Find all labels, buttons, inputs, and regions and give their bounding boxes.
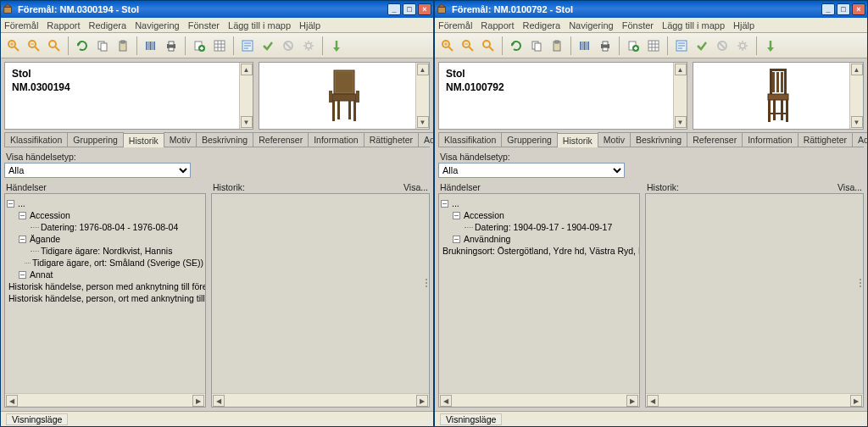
tab[interactable]: Information (308, 132, 364, 147)
form-icon[interactable] (238, 36, 257, 55)
tab[interactable]: Administration (418, 132, 433, 147)
tab[interactable]: Rättigheter (364, 132, 419, 147)
copy-icon[interactable] (93, 36, 112, 55)
tab[interactable]: Historik (557, 133, 598, 147)
history-show-link[interactable]: Visa... (403, 182, 428, 192)
menu-item[interactable]: Lägg till i mapp (662, 20, 725, 30)
scroll-up-icon[interactable]: ▲ (241, 64, 253, 75)
zoom-out-icon[interactable] (459, 36, 477, 55)
zoom-in-icon[interactable] (4, 36, 23, 55)
scroll-left-icon[interactable]: ◀ (647, 395, 659, 407)
menu-item[interactable]: Hjälp (733, 20, 754, 30)
check-icon[interactable] (259, 36, 277, 55)
menu-item[interactable]: Redigera (522, 20, 560, 30)
zoom-reset-icon[interactable] (479, 36, 498, 55)
maximize-button[interactable]: □ (403, 3, 416, 15)
scroll-right-icon[interactable]: ▶ (626, 395, 638, 407)
copy-icon[interactable] (527, 36, 546, 55)
menu-item[interactable]: Fönster (622, 20, 654, 30)
scroll-down-icon[interactable]: ▼ (675, 116, 687, 128)
grid-icon[interactable] (644, 36, 663, 55)
filter-select[interactable]: Alla (4, 163, 191, 178)
paste-icon[interactable] (548, 36, 566, 55)
tree-toggle-icon[interactable]: – (441, 200, 448, 208)
tab[interactable]: Klassifikation (438, 132, 502, 147)
down-arrow-icon[interactable] (327, 36, 346, 55)
print-icon[interactable] (162, 36, 181, 55)
scrollbar-horizontal[interactable]: ◀▶ (212, 393, 429, 407)
history-show-link[interactable]: Visa... (837, 182, 862, 192)
scroll-left-icon[interactable]: ◀ (213, 395, 225, 407)
tab[interactable]: Gruppering (501, 132, 558, 147)
tab[interactable]: Gruppering (67, 132, 124, 147)
resize-handle-icon[interactable] (426, 279, 427, 287)
scroll-right-icon[interactable]: ▶ (416, 395, 428, 407)
tab[interactable]: Rättigheter (798, 132, 853, 147)
scroll-down-icon[interactable]: ▼ (417, 116, 429, 128)
tree-node[interactable]: Historisk händelse, person, ort med ankn… (7, 292, 203, 304)
minimize-button[interactable]: _ (387, 3, 401, 15)
filter-select[interactable]: Alla (438, 163, 625, 178)
tree-node[interactable]: –Accession (441, 209, 637, 221)
scroll-right-icon[interactable]: ▶ (850, 395, 862, 407)
menu-item[interactable]: Navigering (569, 20, 614, 30)
tree-node[interactable]: Historisk händelse, person med anknytnin… (7, 280, 203, 292)
check-icon[interactable] (693, 36, 711, 55)
menu-item[interactable]: Rapport (47, 20, 80, 30)
scrollbar-vertical[interactable]: ▲▼ (673, 63, 687, 129)
tab[interactable]: Information (742, 132, 798, 147)
tab[interactable]: Motiv (598, 132, 631, 147)
scrollbar-vertical[interactable]: ▲▼ (239, 63, 253, 129)
tree-node[interactable]: Brukningsort: Östergötland, Ydre hd, Väs… (441, 245, 637, 257)
print-icon[interactable] (596, 36, 615, 55)
scrollbar-horizontal[interactable]: ◀▶ (646, 393, 863, 407)
scroll-up-icon[interactable]: ▲ (675, 64, 687, 75)
tree-node[interactable]: –Annat (7, 269, 203, 280)
barcode-icon[interactable] (142, 36, 160, 55)
tab[interactable]: Administration (852, 132, 867, 147)
menu-item[interactable]: Rapport (481, 20, 514, 30)
tree-toggle-icon[interactable]: – (19, 212, 26, 219)
paste-icon[interactable] (114, 36, 132, 55)
tree-node[interactable]: –... (7, 197, 203, 209)
scroll-left-icon[interactable]: ◀ (440, 395, 452, 407)
tab[interactable]: Referenser (253, 132, 309, 147)
zoom-in-icon[interactable] (438, 36, 457, 55)
zoom-out-icon[interactable] (25, 36, 43, 55)
down-arrow-icon[interactable] (761, 36, 780, 55)
scrollbar-vertical[interactable]: ▲▼ (849, 63, 863, 129)
tree-toggle-icon[interactable]: – (19, 271, 26, 279)
add-record-icon[interactable] (624, 36, 643, 55)
minimize-button[interactable]: _ (821, 3, 835, 15)
gear-icon[interactable] (733, 36, 752, 55)
menu-item[interactable]: Lägg till i mapp (228, 20, 291, 30)
refresh-icon[interactable] (507, 36, 526, 55)
resize-handle-icon[interactable] (860, 279, 861, 287)
cancel-icon[interactable] (279, 36, 298, 55)
menu-item[interactable]: Navigering (135, 20, 180, 30)
menu-item[interactable]: Fönster (188, 20, 220, 30)
refresh-icon[interactable] (73, 36, 92, 55)
maximize-button[interactable]: □ (837, 3, 850, 15)
tree-node[interactable]: Tidigare ägare, ort: Småland (Sverige (S… (7, 257, 203, 269)
tab[interactable]: Klassifikation (4, 132, 68, 147)
tree-toggle-icon[interactable]: – (19, 236, 26, 243)
tree-node[interactable]: –Användning (441, 233, 637, 245)
tree-node[interactable]: Datering: 1904-09-17 - 1904-09-17 (441, 221, 637, 233)
add-record-icon[interactable] (190, 36, 209, 55)
menu-item[interactable]: Hjälp (299, 20, 320, 30)
tree-toggle-icon[interactable]: – (453, 236, 460, 243)
tree-node[interactable]: Tidigare ägare: Nordkvist, Hannis (7, 245, 203, 257)
grid-icon[interactable] (210, 36, 229, 55)
close-button[interactable]: × (418, 3, 431, 15)
tab[interactable]: Motiv (164, 132, 197, 147)
gear-icon[interactable] (299, 36, 318, 55)
tree-node[interactable]: –... (441, 197, 637, 209)
tree-toggle-icon[interactable]: – (7, 200, 14, 208)
close-button[interactable]: × (852, 3, 865, 15)
scroll-left-icon[interactable]: ◀ (6, 395, 18, 407)
tab[interactable]: Referenser (687, 132, 743, 147)
scroll-up-icon[interactable]: ▲ (851, 64, 863, 75)
tree-node[interactable]: –Ägande (7, 233, 203, 245)
tab[interactable]: Historik (123, 133, 164, 147)
